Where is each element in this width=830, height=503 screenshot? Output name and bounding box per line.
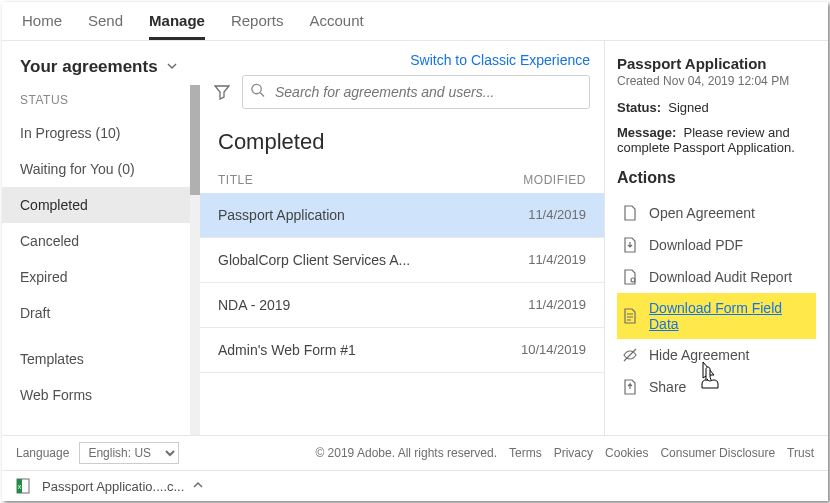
detail-message: Message: Please review and complete Pass… — [617, 125, 816, 155]
sidebar-web-forms[interactable]: Web Forms — [2, 377, 190, 413]
nav-account[interactable]: Account — [309, 12, 363, 40]
switch-classic-link[interactable]: Switch to Classic Experience — [410, 52, 590, 68]
footer-privacy[interactable]: Privacy — [554, 446, 593, 460]
action-download-pdf[interactable]: Download PDF — [617, 229, 816, 261]
col-title[interactable]: TITLE — [218, 173, 523, 187]
main-panel: Switch to Classic Experience Completed T… — [200, 41, 604, 435]
language-label: Language — [16, 446, 69, 460]
agreements-header[interactable]: Your agreements — [2, 41, 200, 85]
agreements-header-label: Your agreements — [20, 57, 158, 77]
nav-manage[interactable]: Manage — [149, 12, 205, 40]
detail-panel: Passport Application Created Nov 04, 201… — [604, 41, 828, 435]
excel-file-icon: x — [16, 477, 34, 495]
search-icon — [250, 83, 265, 102]
top-nav: Home Send Manage Reports Account — [2, 2, 828, 41]
detail-title: Passport Application — [617, 55, 816, 72]
table-row[interactable]: NDA - 2019 11/4/2019 — [200, 283, 604, 328]
footer-trust[interactable]: Trust — [787, 446, 814, 460]
svg-point-2 — [631, 278, 635, 282]
filter-icon[interactable] — [214, 84, 230, 100]
sidebar-scroll-thumb[interactable] — [190, 85, 200, 195]
svg-line-1 — [260, 93, 264, 97]
download-tray: x Passport Applicatio....c... — [2, 470, 828, 501]
table-header: TITLE MODIFIED — [200, 163, 604, 193]
action-open-agreement[interactable]: Open Agreement — [617, 197, 816, 229]
footer-copyright: © 2019 Adobe. All rights reserved. — [315, 446, 497, 460]
row-modified: 11/4/2019 — [528, 297, 586, 313]
table-row[interactable]: Passport Application 11/4/2019 — [200, 193, 604, 238]
footer-cookies[interactable]: Cookies — [605, 446, 648, 460]
row-title: NDA - 2019 — [218, 297, 528, 313]
file-icon — [621, 204, 639, 222]
status-caption: STATUS — [2, 85, 190, 115]
search-box — [242, 75, 590, 109]
actions-header: Actions — [617, 169, 816, 187]
status-expired[interactable]: Expired — [2, 259, 190, 295]
status-in-progress[interactable]: In Progress (10) — [2, 115, 190, 151]
svg-point-0 — [252, 84, 261, 93]
row-modified: 11/4/2019 — [528, 252, 586, 268]
col-modified[interactable]: MODIFIED — [523, 173, 586, 187]
footer-consumer-disclosure[interactable]: Consumer Disclosure — [660, 446, 775, 460]
audit-icon — [621, 268, 639, 286]
row-title: Passport Application — [218, 207, 528, 223]
nav-send[interactable]: Send — [88, 12, 123, 40]
chevron-up-icon[interactable] — [192, 479, 204, 494]
sidebar: Your agreements STATUS In Progress (10) … — [2, 41, 200, 435]
row-modified: 11/4/2019 — [528, 207, 586, 223]
status-draft[interactable]: Draft — [2, 295, 190, 331]
row-title: Admin's Web Form #1 — [218, 342, 521, 358]
main-heading: Completed — [200, 123, 604, 163]
hide-icon — [621, 346, 639, 364]
sidebar-scrollbar[interactable] — [190, 85, 200, 435]
row-modified: 10/14/2019 — [521, 342, 586, 358]
download-icon — [621, 236, 639, 254]
status-completed[interactable]: Completed — [2, 187, 190, 223]
language-select[interactable]: English: US — [79, 442, 179, 464]
action-hide-agreement[interactable]: Hide Agreement — [617, 339, 816, 371]
action-download-form-field-data[interactable]: Download Form Field Data — [617, 293, 816, 339]
table-row[interactable]: Admin's Web Form #1 10/14/2019 — [200, 328, 604, 373]
action-download-audit[interactable]: Download Audit Report — [617, 261, 816, 293]
status-canceled[interactable]: Canceled — [2, 223, 190, 259]
footer-terms[interactable]: Terms — [509, 446, 542, 460]
search-input[interactable] — [242, 75, 590, 109]
nav-home[interactable]: Home — [22, 12, 62, 40]
form-data-icon — [621, 307, 639, 325]
svg-text:x: x — [18, 483, 22, 490]
detail-created: Created Nov 04, 2019 12:04 PM — [617, 74, 816, 88]
footer-bar: Language English: US © 2019 Adobe. All r… — [2, 435, 828, 470]
chevron-down-icon — [166, 60, 178, 75]
row-title: GlobalCorp Client Services A... — [218, 252, 528, 268]
detail-status: Status: Signed — [617, 100, 816, 115]
share-icon — [621, 378, 639, 396]
sidebar-templates[interactable]: Templates — [2, 341, 190, 377]
nav-reports[interactable]: Reports — [231, 12, 284, 40]
download-filename[interactable]: Passport Applicatio....c... — [42, 479, 184, 494]
table-row[interactable]: GlobalCorp Client Services A... 11/4/201… — [200, 238, 604, 283]
action-share[interactable]: Share — [617, 371, 816, 403]
status-waiting[interactable]: Waiting for You (0) — [2, 151, 190, 187]
